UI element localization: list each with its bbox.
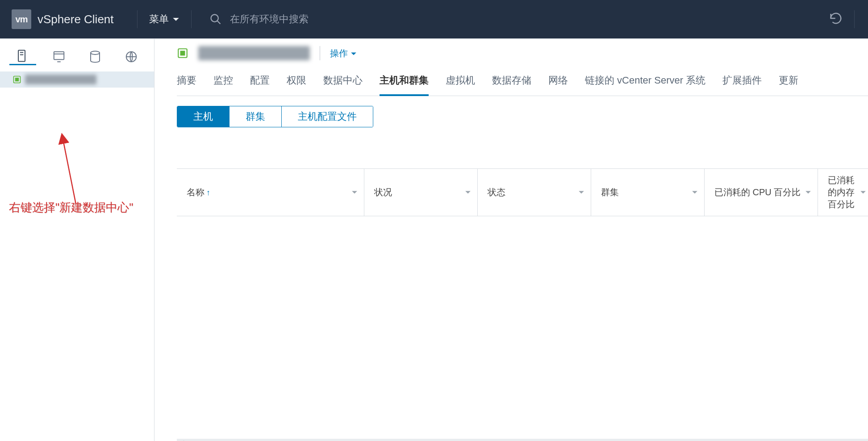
svg-rect-5 — [54, 51, 64, 59]
content-header: 操作 — [177, 46, 868, 60]
chevron-down-icon — [351, 190, 358, 195]
column-label: 名称↑ — [187, 186, 210, 198]
segment-control: 主机群集主机配置文件 — [177, 106, 373, 127]
search-input[interactable] — [229, 13, 454, 25]
chevron-down-icon — [578, 190, 584, 195]
hosts-table: 名称↑状况状态群集已消耗的 CPU 百分比已消耗的内存百分比 — [177, 168, 868, 441]
segment-0[interactable]: 主机 — [177, 106, 230, 127]
actions-menu[interactable]: 操作 — [330, 47, 357, 59]
tab-0[interactable]: 摘要 — [177, 74, 196, 96]
vcenter-icon — [13, 75, 21, 84]
table-body-empty — [177, 216, 868, 439]
tab-9[interactable]: 链接的 vCenter Server 系统 — [585, 74, 705, 96]
main-content: 操作 摘要监控配置权限数据中心主机和群集虚拟机数据存储网络链接的 vCenter… — [154, 39, 868, 441]
hosts-and-clusters-icon[interactable] — [9, 48, 36, 65]
divider — [137, 10, 138, 28]
column-label: 已消耗的内存百分比 — [828, 174, 860, 210]
tab-6[interactable]: 虚拟机 — [446, 74, 475, 96]
top-bar: vm vSphere Client 菜单 — [0, 0, 868, 38]
column-label: 已消耗的 CPU 百分比 — [714, 186, 801, 198]
svg-line-1 — [217, 21, 220, 24]
tab-3[interactable]: 权限 — [287, 74, 306, 96]
column-header-0[interactable]: 名称↑ — [177, 169, 364, 216]
column-label: 状况 — [374, 186, 392, 198]
vcenter-icon — [177, 47, 188, 59]
svg-point-0 — [211, 15, 218, 22]
tab-10[interactable]: 扩展插件 — [722, 74, 762, 96]
chevron-down-icon — [860, 190, 866, 195]
svg-rect-2 — [18, 50, 25, 62]
actions-label: 操作 — [330, 47, 348, 59]
divider — [320, 46, 320, 60]
menu-label: 菜单 — [149, 13, 169, 26]
tab-2[interactable]: 配置 — [250, 74, 270, 96]
chevron-down-icon — [172, 13, 179, 25]
svg-line-10 — [63, 137, 76, 204]
tab-5[interactable]: 主机和群集 — [380, 74, 429, 96]
column-label: 群集 — [601, 186, 619, 198]
column-label: 状态 — [488, 186, 505, 198]
sidebar: 右键选择"新建数据中心" — [0, 39, 154, 441]
sort-asc-icon: ↑ — [206, 188, 210, 197]
refresh-icon[interactable] — [829, 12, 843, 27]
annotation-text: 右键选择"新建数据中心" — [9, 200, 133, 215]
chevron-down-icon — [465, 190, 471, 195]
vmware-logo: vm — [12, 9, 31, 29]
column-header-3[interactable]: 群集 — [591, 169, 705, 216]
table-header-row: 名称↑状况状态群集已消耗的 CPU 百分比已消耗的内存百分比 — [177, 168, 868, 216]
search-area — [209, 13, 816, 25]
tab-11[interactable]: 更新 — [779, 74, 798, 96]
horizontal-scrollbar[interactable] — [177, 439, 868, 441]
app-title: vSphere Client — [38, 13, 114, 26]
inventory-tabs — [0, 48, 154, 71]
svg-rect-12 — [180, 51, 185, 56]
divider — [191, 10, 192, 28]
menu-button[interactable]: 菜单 — [149, 13, 179, 26]
storage-icon[interactable] — [82, 49, 108, 65]
segment-2[interactable]: 主机配置文件 — [282, 106, 373, 127]
detail-tabs: 摘要监控配置权限数据中心主机和群集虚拟机数据存储网络链接的 vCenter Se… — [177, 74, 868, 96]
refresh-area — [816, 10, 868, 28]
column-header-5[interactable]: 已消耗的内存百分比 — [818, 169, 868, 216]
chevron-down-icon — [805, 190, 811, 195]
brand-area: vm vSphere Client — [0, 0, 125, 38]
vms-and-templates-icon[interactable] — [46, 49, 72, 65]
column-header-1[interactable]: 状况 — [364, 169, 478, 216]
divider — [854, 10, 855, 28]
tree-root-label-blurred — [25, 75, 96, 84]
tab-1[interactable]: 监控 — [213, 74, 233, 96]
annotation: 右键选择"新建数据中心" — [9, 200, 133, 215]
search-icon — [209, 13, 222, 25]
segment-1[interactable]: 群集 — [230, 106, 282, 127]
chevron-down-icon — [692, 190, 698, 195]
column-header-2[interactable]: 状态 — [478, 169, 591, 216]
tree-root-item[interactable] — [0, 71, 154, 88]
svg-rect-9 — [15, 78, 19, 81]
chevron-down-icon — [351, 48, 357, 59]
tab-4[interactable]: 数据中心 — [323, 74, 363, 96]
object-title-blurred — [198, 46, 310, 60]
tab-7[interactable]: 数据存储 — [492, 74, 531, 96]
svg-point-6 — [91, 51, 100, 55]
tab-8[interactable]: 网络 — [548, 74, 568, 96]
networking-icon[interactable] — [118, 49, 145, 65]
column-header-4[interactable]: 已消耗的 CPU 百分比 — [705, 169, 818, 216]
